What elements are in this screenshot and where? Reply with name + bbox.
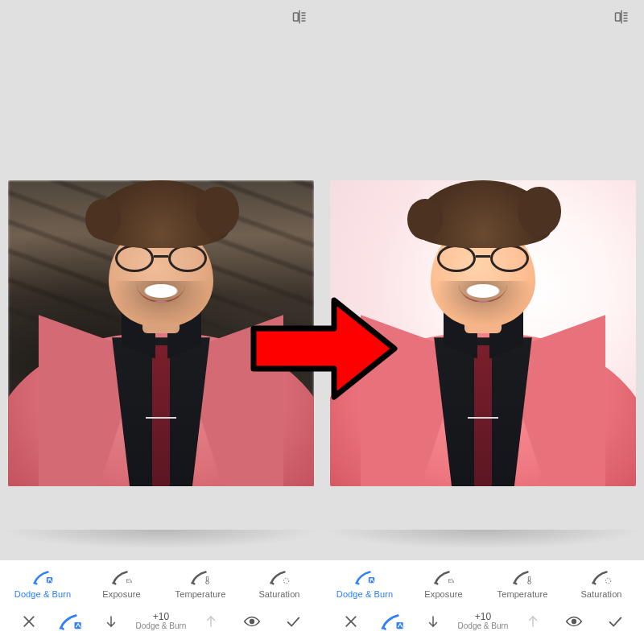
- tool-label: Dodge & Burn: [336, 589, 393, 599]
- tool-dodge-burn[interactable]: Dodge & Burn: [331, 568, 398, 599]
- cancel-button[interactable]: [13, 609, 45, 634]
- toolbar: Dodge & Burn EV Exposure: [322, 560, 644, 644]
- tool-label: Temperature: [497, 589, 548, 599]
- apply-button[interactable]: [599, 609, 631, 634]
- tool-saturation[interactable]: Saturation: [246, 568, 313, 599]
- svg-point-29: [605, 578, 611, 584]
- panel-before: Dodge & Burn EV Exposure: [0, 0, 322, 644]
- svg-rect-32: [396, 622, 402, 629]
- brush-icon: [354, 568, 375, 586]
- app-root: Dodge & Burn EV Exposure: [0, 0, 644, 644]
- tool-label: Dodge & Burn: [14, 589, 71, 599]
- svg-point-11: [283, 578, 289, 584]
- preview-button[interactable]: [236, 609, 268, 634]
- photo-before: [8, 180, 314, 486]
- active-brush-button[interactable]: [376, 609, 408, 634]
- photo-after: [330, 180, 636, 486]
- image-stage[interactable]: [0, 34, 322, 560]
- svg-rect-25: [370, 579, 372, 580]
- tool-temperature[interactable]: Temperature: [167, 568, 234, 599]
- preview-button[interactable]: [558, 609, 590, 634]
- increase-button[interactable]: [195, 609, 227, 634]
- tool-label: Saturation: [580, 589, 621, 599]
- panel-after: Dodge & Burn EV Exposure: [322, 0, 644, 644]
- tool-temperature[interactable]: Temperature: [489, 568, 556, 599]
- topbar: [322, 0, 644, 34]
- brush-tools: Dodge & Burn EV Exposure: [0, 560, 322, 604]
- tool-exposure[interactable]: EV Exposure: [88, 568, 155, 599]
- tool-saturation[interactable]: Saturation: [568, 568, 635, 599]
- cancel-button[interactable]: [335, 609, 367, 634]
- svg-rect-14: [74, 622, 80, 629]
- stage-shadow: [322, 530, 644, 549]
- value-label: Dodge & Burn: [136, 622, 187, 631]
- tool-label: Exposure: [102, 589, 140, 599]
- value-readout: +10 Dodge & Burn: [136, 612, 187, 630]
- svg-text:EV: EV: [126, 578, 132, 584]
- brush-icon: EV: [433, 568, 454, 586]
- brush-icon: EV: [111, 568, 132, 586]
- value-readout: +10 Dodge & Burn: [458, 612, 509, 630]
- tool-label: Saturation: [258, 589, 299, 599]
- image-stage[interactable]: [322, 34, 644, 560]
- active-brush-button[interactable]: [54, 609, 86, 634]
- brush-icon: [512, 568, 533, 586]
- tool-dodge-burn[interactable]: Dodge & Burn: [9, 568, 76, 599]
- svg-rect-1: [294, 13, 299, 21]
- svg-point-35: [572, 620, 576, 624]
- apply-button[interactable]: [277, 609, 309, 634]
- svg-text:EV: EV: [448, 578, 454, 584]
- svg-rect-19: [616, 13, 621, 21]
- svg-point-17: [250, 620, 254, 624]
- edit-controls: +10 Dodge & Burn: [322, 604, 644, 644]
- tool-label: Temperature: [175, 589, 226, 599]
- brush-tools: Dodge & Burn EV Exposure: [322, 560, 644, 604]
- compare-icon[interactable]: [291, 9, 308, 25]
- brush-icon: [591, 568, 612, 586]
- brush-icon: [269, 568, 290, 586]
- tool-exposure[interactable]: EV Exposure: [410, 568, 477, 599]
- brush-icon: [32, 568, 53, 586]
- decrease-button[interactable]: [95, 609, 127, 634]
- stage-shadow: [0, 530, 322, 549]
- topbar: [0, 0, 322, 34]
- compare-panels: Dodge & Burn EV Exposure: [0, 0, 644, 644]
- tool-label: Exposure: [424, 589, 462, 599]
- svg-rect-7: [48, 579, 50, 580]
- decrease-button[interactable]: [417, 609, 449, 634]
- toolbar: Dodge & Burn EV Exposure: [0, 560, 322, 644]
- brush-icon: [190, 568, 211, 586]
- svg-rect-9: [206, 576, 208, 581]
- edit-controls: +10 Dodge & Burn: [0, 604, 322, 644]
- svg-rect-27: [528, 576, 530, 581]
- compare-icon[interactable]: [613, 9, 630, 25]
- increase-button[interactable]: [517, 609, 549, 634]
- value-label: Dodge & Burn: [458, 622, 509, 631]
